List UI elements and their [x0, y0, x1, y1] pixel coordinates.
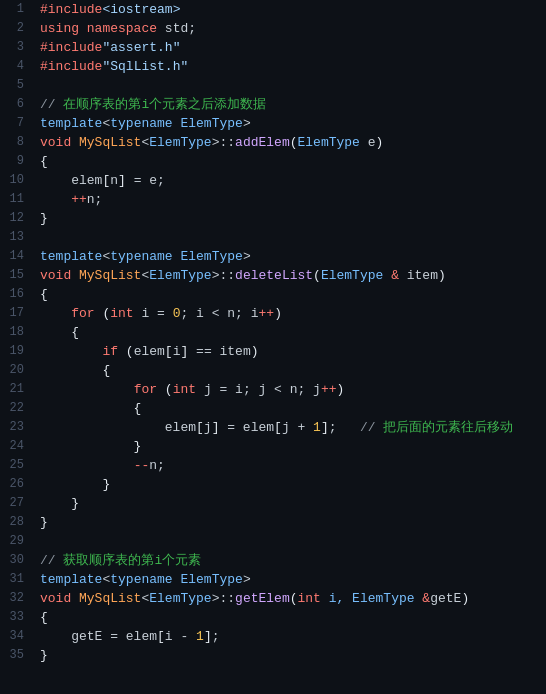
line-number: 21 — [0, 380, 32, 399]
line-number: 32 — [0, 589, 32, 608]
line-number: 18 — [0, 323, 32, 342]
line-number: 14 — [0, 247, 32, 266]
code-line: ++n; — [40, 190, 546, 209]
line-number: 9 — [0, 152, 32, 171]
code-line: void MySqList<ElemType>::deleteList(Elem… — [40, 266, 546, 285]
code-content: #include<iostream>using namespace std;#i… — [32, 0, 546, 694]
code-line: template<typename ElemType> — [40, 570, 546, 589]
code-line: { — [40, 152, 546, 171]
line-number: 33 — [0, 608, 32, 627]
line-number: 22 — [0, 399, 32, 418]
line-number: 34 — [0, 627, 32, 646]
line-number: 3 — [0, 38, 32, 57]
code-line: --n; — [40, 456, 546, 475]
code-line: if (elem[i] == item) — [40, 342, 546, 361]
line-number: 5 — [0, 76, 32, 95]
line-number: 6 — [0, 95, 32, 114]
line-number: 8 — [0, 133, 32, 152]
code-editor: 1234567891011121314151617181920212223242… — [0, 0, 546, 694]
code-line: { — [40, 361, 546, 380]
line-number: 4 — [0, 57, 32, 76]
line-number: 29 — [0, 532, 32, 551]
line-number: 2 — [0, 19, 32, 38]
code-line: } — [40, 209, 546, 228]
code-line: // 获取顺序表的第i个元素 — [40, 551, 546, 570]
code-line: elem[j] = elem[j + 1]; // 把后面的元素往后移动 — [40, 418, 546, 437]
line-number: 16 — [0, 285, 32, 304]
code-line: } — [40, 494, 546, 513]
code-line: void MySqList<ElemType>::addElem(ElemTyp… — [40, 133, 546, 152]
code-line: using namespace std; — [40, 19, 546, 38]
code-line: #include"SqlList.h" — [40, 57, 546, 76]
code-line: { — [40, 608, 546, 627]
code-line: #include"assert.h" — [40, 38, 546, 57]
code-line: elem[n] = e; — [40, 171, 546, 190]
code-line: } — [40, 475, 546, 494]
line-number: 30 — [0, 551, 32, 570]
code-line: // 在顺序表的第i个元素之后添加数据 — [40, 95, 546, 114]
line-number: 20 — [0, 361, 32, 380]
code-line: #include<iostream> — [40, 0, 546, 19]
line-numbers: 1234567891011121314151617181920212223242… — [0, 0, 32, 694]
line-number: 10 — [0, 171, 32, 190]
code-line — [40, 532, 546, 551]
line-number: 7 — [0, 114, 32, 133]
code-line: for (int i = 0; i < n; i++) — [40, 304, 546, 323]
code-line: template<typename ElemType> — [40, 114, 546, 133]
line-number: 35 — [0, 646, 32, 665]
code-line: { — [40, 285, 546, 304]
code-line: { — [40, 399, 546, 418]
code-line — [40, 76, 546, 95]
line-number: 26 — [0, 475, 32, 494]
code-line: getE = elem[i - 1]; — [40, 627, 546, 646]
code-line: for (int j = i; j < n; j++) — [40, 380, 546, 399]
code-line: } — [40, 646, 546, 665]
line-number: 19 — [0, 342, 32, 361]
code-line: } — [40, 437, 546, 456]
line-number: 27 — [0, 494, 32, 513]
line-number: 25 — [0, 456, 32, 475]
code-line: } — [40, 513, 546, 532]
line-number: 13 — [0, 228, 32, 247]
line-number: 11 — [0, 190, 32, 209]
code-line: { — [40, 323, 546, 342]
line-number: 31 — [0, 570, 32, 589]
code-line: template<typename ElemType> — [40, 247, 546, 266]
code-line — [40, 228, 546, 247]
line-number: 23 — [0, 418, 32, 437]
line-number: 28 — [0, 513, 32, 532]
line-number: 24 — [0, 437, 32, 456]
line-number: 15 — [0, 266, 32, 285]
line-number: 17 — [0, 304, 32, 323]
line-number: 1 — [0, 0, 32, 19]
line-number: 12 — [0, 209, 32, 228]
code-line: void MySqList<ElemType>::getElem(int i, … — [40, 589, 546, 608]
